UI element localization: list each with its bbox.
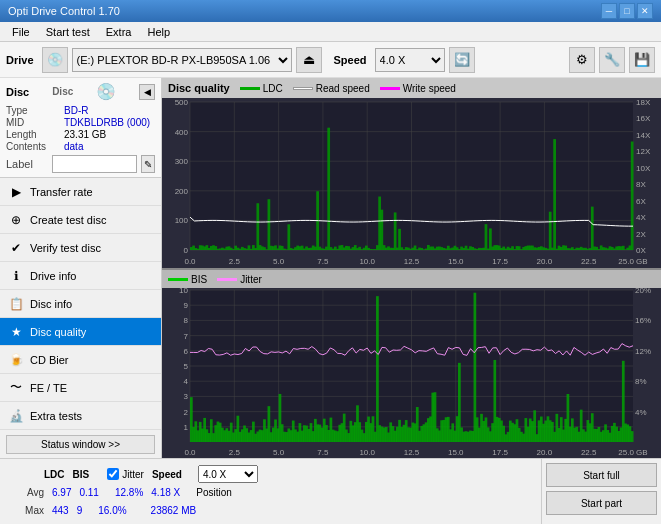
nav-icon-disc-info: 📋 (8, 297, 24, 311)
ldc-chart-svg: 500400300200100018X16X14X12X10X8X6X4X2X0… (162, 98, 661, 268)
nav-icon-extra-tests: 🔬 (8, 409, 24, 423)
jitter-checkbox[interactable] (107, 468, 119, 480)
sidebar: Disc Disc 💿 ◀ Type BD-R MID TDKBLDRBB (0… (0, 78, 162, 458)
nav-item-cd-bier[interactable]: 🍺CD Bier (0, 346, 161, 374)
max-jitter: 16.0% (94, 505, 130, 516)
menu-help[interactable]: Help (139, 24, 178, 40)
speed-value-select[interactable]: 4.0 X (198, 465, 258, 483)
drive-select[interactable]: (E:) PLEXTOR BD-R PX-LB950SA 1.06 (72, 48, 292, 72)
drive-label: Drive (6, 54, 34, 66)
status-window-button[interactable]: Status window >> (6, 435, 155, 454)
minimize-button[interactable]: ─ (601, 3, 617, 19)
disc-panel-title-label: Disc (52, 86, 73, 97)
speed-select[interactable]: 4.0 X (375, 48, 445, 72)
start-full-button[interactable]: Start full (546, 463, 657, 487)
nav-item-verify-test-disc[interactable]: ✔Verify test disc (0, 234, 161, 262)
max-bis: 9 (73, 505, 87, 516)
stats-table: LDC BIS Jitter Speed 4.0 X (6, 463, 535, 524)
menu-file[interactable]: File (4, 24, 38, 40)
max-label: Max (8, 505, 48, 516)
menu-start-test[interactable]: Start test (38, 24, 98, 40)
avg-speed: 4.18 X (147, 487, 184, 498)
svg-rect-244 (631, 142, 634, 250)
chart-header-bottom: BIS Jitter (162, 270, 661, 288)
svg-text:22.5: 22.5 (581, 448, 597, 457)
svg-rect-377 (376, 296, 379, 442)
svg-text:20.0: 20.0 (537, 257, 553, 266)
avg-jitter: 12.8% (111, 487, 147, 498)
maximize-button[interactable]: □ (619, 3, 635, 19)
svg-text:7: 7 (184, 332, 189, 341)
label-edit-button[interactable]: ✎ (141, 155, 155, 173)
settings-button1[interactable]: ⚙ (569, 47, 595, 73)
svg-text:0X: 0X (636, 246, 646, 255)
svg-text:12.5: 12.5 (404, 448, 420, 457)
type-value: BD-R (64, 105, 88, 116)
nav-items: ▶Transfer rate⊕Create test disc✔Verify t… (0, 178, 161, 430)
close-button[interactable]: ✕ (637, 3, 653, 19)
nav-item-disc-quality[interactable]: ★Disc quality (0, 318, 161, 346)
title-bar: Opti Drive Control 1.70 ─ □ ✕ (0, 0, 661, 22)
svg-text:5.0: 5.0 (273, 448, 285, 457)
disc-length-row: Length 23.31 GB (6, 129, 155, 140)
svg-text:18X: 18X (636, 98, 651, 107)
refresh-button[interactable]: 🔄 (449, 47, 475, 73)
nav-item-extra-tests[interactable]: 🔬Extra tests (0, 402, 161, 430)
svg-rect-89 (287, 224, 290, 250)
bottom-area: LDC BIS Jitter Speed 4.0 X (0, 458, 661, 524)
label-input[interactable] (52, 155, 137, 173)
nav-item-disc-info[interactable]: 📋Disc info (0, 290, 161, 318)
nav-item-fe-te[interactable]: 〜FE / TE (0, 374, 161, 402)
disc-panel-title: Disc (6, 86, 29, 98)
disc-type-row: Type BD-R (6, 105, 155, 116)
save-button[interactable]: 💾 (629, 47, 655, 73)
mid-value: TDKBLDRBB (000) (64, 117, 150, 128)
svg-rect-131 (380, 210, 383, 250)
settings-button2[interactable]: 🔧 (599, 47, 625, 73)
svg-text:100: 100 (175, 216, 189, 225)
col-header-ldc: LDC (40, 469, 69, 480)
menu-extra[interactable]: Extra (98, 24, 140, 40)
chart-header-top: Disc quality LDC Read speed Write speed (162, 78, 661, 98)
disc-panel-icon: 💿 (96, 82, 116, 101)
stats-avg-row: Avg 6.97 0.11 12.8% 4.18 X Position (8, 483, 455, 501)
disc-panel-collapse[interactable]: ◀ (139, 84, 155, 100)
svg-rect-209 (553, 139, 556, 250)
legend-jitter-color (217, 278, 237, 281)
nav-item-transfer-rate[interactable]: ▶Transfer rate (0, 178, 161, 206)
svg-rect-492 (631, 431, 634, 442)
nav-label-disc-info: Disc info (30, 298, 72, 310)
svg-text:20%: 20% (635, 288, 651, 295)
nav-icon-create-test-disc: ⊕ (8, 213, 24, 227)
svg-rect-207 (549, 212, 552, 250)
svg-text:12X: 12X (636, 147, 651, 156)
content-area: Disc quality LDC Read speed Write speed … (162, 78, 661, 458)
nav-item-create-test-disc[interactable]: ⊕Create test disc (0, 206, 161, 234)
svg-text:8: 8 (184, 316, 189, 325)
svg-text:10X: 10X (636, 164, 651, 173)
svg-text:7.5: 7.5 (317, 448, 329, 457)
length-value: 23.31 GB (64, 129, 106, 140)
start-part-button[interactable]: Start part (546, 491, 657, 515)
contents-label: Contents (6, 141, 64, 152)
toolbar: Drive 💿 (E:) PLEXTOR BD-R PX-LB950SA 1.0… (0, 42, 661, 78)
nav-label-extra-tests: Extra tests (30, 410, 82, 422)
chart-bottom: 1098765432120%16%12%8%4%0.02.55.07.510.0… (162, 288, 661, 458)
nav-label-transfer-rate: Transfer rate (30, 186, 93, 198)
legend-read-color (293, 87, 313, 90)
svg-text:4X: 4X (636, 213, 646, 222)
drive-icon: 💿 (42, 47, 68, 73)
speed-label: Speed (334, 54, 367, 66)
stats-header-row: LDC BIS Jitter Speed 4.0 X (8, 465, 455, 483)
main-layout: Disc Disc 💿 ◀ Type BD-R MID TDKBLDRBB (0… (0, 78, 661, 458)
contents-value: data (64, 141, 83, 152)
legend-jitter-label: Jitter (240, 274, 262, 285)
label-label: Label (6, 158, 48, 170)
window-controls: ─ □ ✕ (601, 3, 653, 19)
eject-button[interactable]: ⏏ (296, 47, 322, 73)
legend-bis-label: BIS (191, 274, 207, 285)
legend-write: Write speed (380, 83, 456, 94)
svg-text:5: 5 (184, 362, 189, 371)
nav-item-drive-info[interactable]: ℹDrive info (0, 262, 161, 290)
svg-text:500: 500 (175, 98, 189, 107)
